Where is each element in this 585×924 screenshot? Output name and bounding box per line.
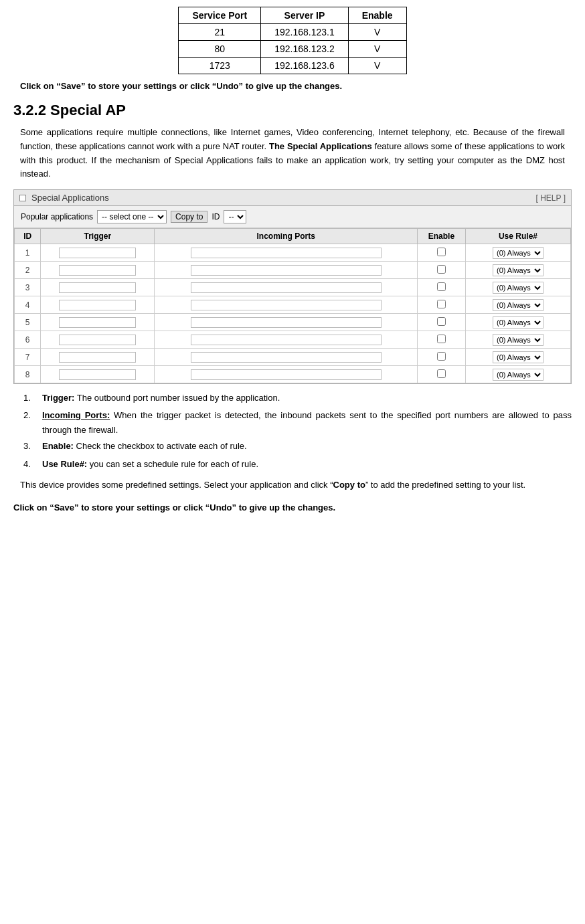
id-label: ID	[212, 212, 220, 221]
rule-select[interactable]: (0) Always(1) Rule1(2) Rule2(3) Rule3	[493, 299, 544, 311]
trigger-input[interactable]	[59, 317, 136, 328]
incoming-ports-cell	[155, 331, 418, 349]
enable-checkbox[interactable]	[437, 248, 446, 256]
incoming-ports-input[interactable]	[191, 317, 382, 328]
save-note-bottom: Click on “Save” to store your settings o…	[13, 502, 572, 513]
service-port-cell: 21	[179, 24, 261, 41]
table-row: 6(0) Always(1) Rule1(2) Rule2(3) Rule3	[15, 331, 571, 349]
rule-cell: (0) Always(1) Rule1(2) Rule2(3) Rule3	[465, 296, 570, 314]
rule-select[interactable]: (0) Always(1) Rule1(2) Rule2(3) Rule3	[493, 264, 544, 276]
incoming-ports-input[interactable]	[191, 369, 382, 380]
list-num: 1.	[23, 391, 37, 405]
copy-to-button[interactable]: Copy to	[171, 211, 207, 223]
applications-table: IDTriggerIncoming PortsEnableUse Rule# 1…	[14, 228, 571, 383]
list-item: 3.Enable: Check the checkbox to activate…	[20, 439, 572, 454]
trigger-input[interactable]	[59, 369, 136, 380]
table-row: 2(0) Always(1) Rule1(2) Rule2(3) Rule3	[15, 262, 571, 279]
id-cell: 6	[15, 331, 41, 349]
enable-cell	[417, 262, 465, 279]
panel-title: Special Applications	[31, 193, 109, 203]
rule-cell: (0) Always(1) Rule1(2) Rule2(3) Rule3	[465, 366, 570, 383]
incoming-ports-cell	[155, 314, 418, 331]
col-enable: Enable	[348, 7, 406, 24]
trigger-input[interactable]	[59, 248, 136, 258]
trigger-cell	[41, 331, 155, 349]
trigger-cell	[41, 349, 155, 366]
enable-cell: V	[348, 41, 406, 58]
trigger-cell	[41, 262, 155, 279]
enable-cell	[417, 331, 465, 349]
id-cell: 5	[15, 314, 41, 331]
service-port-cell: 1723	[179, 58, 261, 74]
enable-cell: V	[348, 24, 406, 41]
enable-checkbox[interactable]	[437, 369, 446, 378]
popular-apps-select[interactable]: -- select one --	[97, 210, 167, 223]
panel-header-left: Special Applications	[19, 193, 109, 203]
col-header: Incoming Ports	[155, 229, 418, 244]
panel-icon	[19, 195, 26, 201]
trigger-input[interactable]	[59, 265, 136, 276]
trigger-cell	[41, 314, 155, 331]
rule-cell: (0) Always(1) Rule1(2) Rule2(3) Rule3	[465, 244, 570, 262]
incoming-ports-cell	[155, 262, 418, 279]
service-port-cell: 80	[179, 41, 261, 58]
list-item: 4.Use Rule#: you can set a schedule rule…	[20, 457, 572, 472]
col-service-port: Service Port	[179, 7, 261, 24]
section-title: 3.2.2 Special AP	[13, 102, 572, 119]
rule-cell: (0) Always(1) Rule1(2) Rule2(3) Rule3	[465, 262, 570, 279]
col-header: Enable	[417, 229, 465, 244]
rule-select[interactable]: (0) Always(1) Rule1(2) Rule2(3) Rule3	[493, 351, 544, 363]
table-row: 3(0) Always(1) Rule1(2) Rule2(3) Rule3	[15, 279, 571, 296]
server-ip-cell: 192.168.123.6	[261, 58, 349, 74]
enable-checkbox[interactable]	[437, 300, 446, 308]
popular-apps-label: Popular applications	[21, 212, 93, 221]
incoming-ports-input[interactable]	[191, 248, 382, 258]
server-ip-cell: 192.168.123.1	[261, 24, 349, 41]
special-applications-panel: Special Applications [ HELP ] Popular ap…	[13, 189, 572, 384]
enable-cell	[417, 244, 465, 262]
list-item: 1.Trigger: The outbound port number issu…	[20, 391, 572, 405]
table-row: 80 192.168.123.2 V	[179, 41, 406, 58]
enable-cell: V	[348, 58, 406, 74]
rule-select[interactable]: (0) Always(1) Rule1(2) Rule2(3) Rule3	[493, 247, 544, 259]
table-row: 21 192.168.123.1 V	[179, 24, 406, 41]
id-cell: 1	[15, 244, 41, 262]
rule-select[interactable]: (0) Always(1) Rule1(2) Rule2(3) Rule3	[493, 369, 544, 381]
trigger-input[interactable]	[59, 300, 136, 310]
enable-checkbox[interactable]	[437, 265, 446, 274]
rule-select[interactable]: (0) Always(1) Rule1(2) Rule2(3) Rule3	[493, 316, 544, 329]
list-content: Trigger: The outbound port number issued…	[42, 391, 280, 405]
id-select[interactable]: --	[224, 210, 246, 223]
trigger-cell	[41, 366, 155, 383]
col-header: Use Rule#	[465, 229, 570, 244]
trigger-input[interactable]	[59, 335, 136, 345]
incoming-ports-input[interactable]	[191, 352, 382, 363]
trigger-cell	[41, 244, 155, 262]
help-label[interactable]: [ HELP ]	[536, 193, 566, 203]
table-row: 1(0) Always(1) Rule1(2) Rule2(3) Rule3	[15, 244, 571, 262]
incoming-ports-cell	[155, 279, 418, 296]
trigger-input[interactable]	[59, 282, 136, 293]
enable-checkbox[interactable]	[437, 352, 446, 361]
id-cell: 4	[15, 296, 41, 314]
rule-select[interactable]: (0) Always(1) Rule1(2) Rule2(3) Rule3	[493, 282, 544, 294]
trigger-input[interactable]	[59, 352, 136, 363]
table-row: 8(0) Always(1) Rule1(2) Rule2(3) Rule3	[15, 366, 571, 383]
incoming-ports-input[interactable]	[191, 265, 382, 276]
incoming-ports-input[interactable]	[191, 335, 382, 345]
enable-checkbox[interactable]	[437, 317, 446, 326]
list-content: Use Rule#: you can set a schedule rule f…	[42, 457, 258, 472]
incoming-ports-input[interactable]	[191, 300, 382, 310]
rule-select[interactable]: (0) Always(1) Rule1(2) Rule2(3) Rule3	[493, 334, 544, 346]
table-row: 4(0) Always(1) Rule1(2) Rule2(3) Rule3	[15, 296, 571, 314]
service-port-table: Service Port Server IP Enable 21 192.168…	[178, 7, 406, 74]
table-row: 7(0) Always(1) Rule1(2) Rule2(3) Rule3	[15, 349, 571, 366]
enable-checkbox[interactable]	[437, 282, 446, 291]
enable-checkbox[interactable]	[437, 335, 446, 343]
table-row: 1723 192.168.123.6 V	[179, 58, 406, 74]
enable-cell	[417, 366, 465, 383]
col-header: ID	[15, 229, 41, 244]
list-item: 2.Incoming Ports: When the trigger packe…	[20, 408, 572, 438]
incoming-ports-cell	[155, 244, 418, 262]
incoming-ports-input[interactable]	[191, 282, 382, 293]
